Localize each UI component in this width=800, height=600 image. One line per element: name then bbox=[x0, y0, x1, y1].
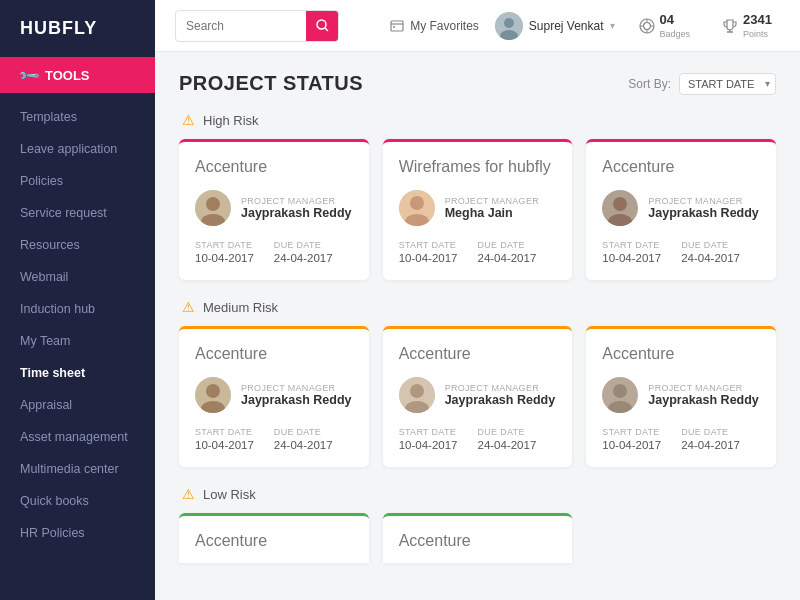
card-title: Accenture bbox=[195, 158, 353, 176]
dates-row: Start Date 10-04-2017 Due Date 24-04-201… bbox=[399, 240, 557, 264]
start-date-field: Start Date 10-04-2017 bbox=[602, 240, 661, 264]
pm-section: Project Manager Jayprakash Reddy bbox=[602, 377, 760, 413]
dates-row: Start Date 10-04-2017 Due Date 24-04-201… bbox=[399, 427, 557, 451]
sidebar-item-induction-hub[interactable]: Induction hub bbox=[0, 293, 155, 325]
pm-name: Jayprakash Reddy bbox=[648, 393, 758, 407]
pm-info: Project Manager Jayprakash Reddy bbox=[648, 196, 758, 220]
pm-avatar bbox=[602, 190, 638, 226]
sidebar-item-leave-application[interactable]: Leave application bbox=[0, 133, 155, 165]
sidebar-item-resources[interactable]: Resources bbox=[0, 229, 155, 261]
project-card[interactable]: Accenture Project Manager bbox=[586, 139, 776, 280]
project-card[interactable]: Accenture Project Manager bbox=[179, 326, 369, 467]
sort-select[interactable]: START DATE END DATE NAME bbox=[679, 73, 776, 95]
pm-name: Jayprakash Reddy bbox=[241, 393, 351, 407]
medium-risk-text: Medium Risk bbox=[203, 300, 278, 315]
svg-point-17 bbox=[206, 197, 220, 211]
wrench-icon: 🔧 bbox=[17, 63, 40, 86]
pm-section: Project Manager Jayprakash Reddy bbox=[602, 190, 760, 226]
high-risk-section: ⚠ High Risk Accenture bbox=[179, 111, 776, 280]
pm-role: Project Manager bbox=[445, 196, 539, 206]
due-date-value: 24-04-2017 bbox=[477, 439, 536, 451]
low-risk-cards: Accenture Accenture bbox=[179, 513, 776, 563]
due-date-field: Due Date 24-04-2017 bbox=[274, 240, 333, 264]
pm-info: Project Manager Jayprakash Reddy bbox=[648, 383, 758, 407]
pm-info: Project Manager Jayprakash Reddy bbox=[241, 383, 351, 407]
sidebar-item-hr-policies[interactable]: HR Policies bbox=[0, 517, 155, 549]
due-date-label: Due Date bbox=[681, 240, 740, 250]
svg-point-6 bbox=[504, 18, 514, 28]
points-count: 2341 bbox=[743, 12, 772, 27]
pm-role: Project Manager bbox=[648, 196, 758, 206]
svg-point-9 bbox=[643, 22, 650, 29]
svg-rect-2 bbox=[391, 21, 403, 31]
start-date-label: Start Date bbox=[195, 427, 254, 437]
sidebar-item-asset-management[interactable]: Asset management bbox=[0, 421, 155, 453]
card-title: Accenture bbox=[195, 345, 353, 363]
page-header: PROJECT STATUS Sort By: START DATE END D… bbox=[179, 72, 776, 95]
pm-role: Project Manager bbox=[241, 196, 351, 206]
sort-label: Sort By: bbox=[628, 77, 671, 91]
search-button[interactable] bbox=[306, 10, 338, 42]
favorites-icon bbox=[390, 19, 404, 33]
badges-stat: 04 Badges bbox=[631, 12, 699, 39]
sidebar-active-tools[interactable]: 🔧 TOOLS bbox=[0, 57, 155, 93]
favorites-label: My Favorites bbox=[410, 19, 479, 33]
sidebar-logo: HUBFLY bbox=[0, 0, 155, 57]
search-input[interactable] bbox=[176, 19, 306, 33]
medium-risk-icon: ⚠ bbox=[179, 298, 197, 316]
sidebar-item-my-team[interactable]: My Team bbox=[0, 325, 155, 357]
start-date-label: Start Date bbox=[602, 240, 661, 250]
due-date-field: Due Date 24-04-2017 bbox=[681, 427, 740, 451]
project-card[interactable]: Accenture Project Manager bbox=[383, 326, 573, 467]
page-title: PROJECT STATUS bbox=[179, 72, 363, 95]
user-chevron-icon: ▾ bbox=[610, 20, 615, 31]
due-date-label: Due Date bbox=[274, 427, 333, 437]
low-risk-icon: ⚠ bbox=[179, 485, 197, 503]
user-menu[interactable]: Suprej Venkat ▾ bbox=[495, 12, 615, 40]
project-card-partial[interactable]: Accenture bbox=[179, 513, 369, 563]
start-date-field: Start Date 10-04-2017 bbox=[602, 427, 661, 451]
sidebar-nav: TemplatesLeave applicationPoliciesServic… bbox=[0, 93, 155, 600]
due-date-value: 24-04-2017 bbox=[274, 252, 333, 264]
search-icon bbox=[316, 19, 329, 32]
sidebar-item-time-sheet[interactable]: Time sheet bbox=[0, 357, 155, 389]
svg-line-1 bbox=[325, 28, 328, 31]
start-date-value: 10-04-2017 bbox=[602, 439, 661, 451]
pm-name: Jayprakash Reddy bbox=[648, 206, 758, 220]
pm-avatar bbox=[399, 377, 435, 413]
badges-label: Badges bbox=[660, 29, 691, 39]
sidebar-item-service-request[interactable]: Service request bbox=[0, 197, 155, 229]
dates-row: Start Date 10-04-2017 Due Date 24-04-201… bbox=[195, 427, 353, 451]
sidebar-item-appraisal[interactable]: Appraisal bbox=[0, 389, 155, 421]
due-date-value: 24-04-2017 bbox=[681, 439, 740, 451]
favorites-button[interactable]: My Favorites bbox=[390, 19, 479, 33]
pm-section: Project Manager Jayprakash Reddy bbox=[399, 377, 557, 413]
project-card[interactable]: Wireframes for hubfly Project Manag bbox=[383, 139, 573, 280]
pm-name: Jayprakash Reddy bbox=[241, 206, 351, 220]
sidebar-item-templates[interactable]: Templates bbox=[0, 101, 155, 133]
sidebar-item-webmail[interactable]: Webmail bbox=[0, 261, 155, 293]
due-date-label: Due Date bbox=[477, 240, 536, 250]
due-date-label: Due Date bbox=[477, 427, 536, 437]
project-card[interactable]: Accenture Project Manager bbox=[586, 326, 776, 467]
card-title: Accenture bbox=[602, 345, 760, 363]
sort-select-wrap: START DATE END DATE NAME bbox=[679, 73, 776, 95]
sidebar-item-policies[interactable]: Policies bbox=[0, 165, 155, 197]
start-date-field: Start Date 10-04-2017 bbox=[195, 240, 254, 264]
project-card[interactable]: Accenture Project Manager bbox=[179, 139, 369, 280]
points-label: Points bbox=[743, 29, 768, 39]
dates-row: Start Date 10-04-2017 Due Date 24-04-201… bbox=[602, 427, 760, 451]
pm-avatar bbox=[602, 377, 638, 413]
pm-name: Megha Jain bbox=[445, 206, 539, 220]
pm-avatar bbox=[399, 190, 435, 226]
sidebar-item-quick-books[interactable]: Quick books bbox=[0, 485, 155, 517]
sidebar-item-multimedia-center[interactable]: Multimedia center bbox=[0, 453, 155, 485]
card-title: Accenture bbox=[602, 158, 760, 176]
project-card-partial[interactable]: Accenture bbox=[383, 513, 573, 563]
app-container: HUBFLY 🔧 TOOLS TemplatesLeave applicatio… bbox=[0, 0, 800, 600]
dates-row: Start Date 10-04-2017 Due Date 24-04-201… bbox=[195, 240, 353, 264]
medium-risk-label: ⚠ Medium Risk bbox=[179, 298, 776, 316]
start-date-field: Start Date 10-04-2017 bbox=[399, 427, 458, 451]
due-date-value: 24-04-2017 bbox=[274, 439, 333, 451]
pm-section: Project Manager Megha Jain bbox=[399, 190, 557, 226]
